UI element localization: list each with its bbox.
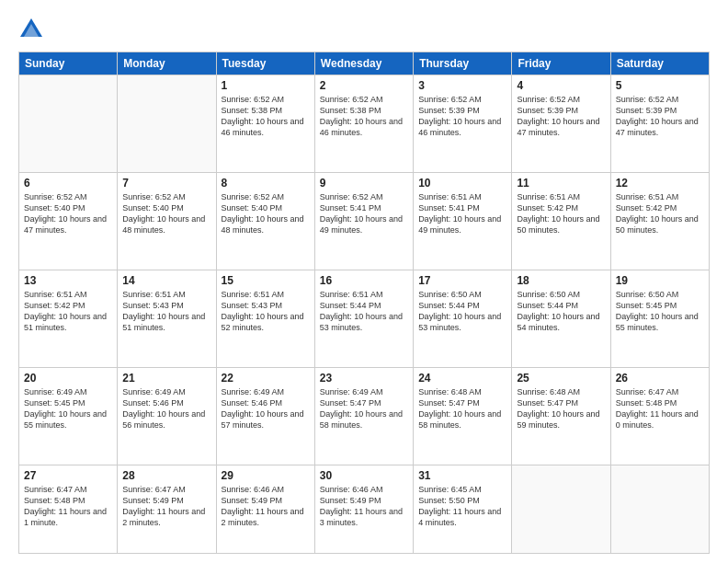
day-number: 25 — [517, 372, 605, 385]
day-info: Sunrise: 6:50 AM Sunset: 5:45 PM Dayligh… — [616, 289, 704, 334]
day-info: Sunrise: 6:45 AM Sunset: 5:50 PM Dayligh… — [418, 484, 506, 529]
day-number: 3 — [418, 79, 506, 92]
day-number: 30 — [320, 469, 408, 482]
col-header-tuesday: Tuesday — [216, 52, 314, 75]
calendar-cell: 10Sunrise: 6:51 AM Sunset: 5:41 PM Dayli… — [414, 172, 512, 270]
day-number: 18 — [517, 274, 605, 287]
day-number: 27 — [24, 469, 112, 482]
day-info: Sunrise: 6:51 AM Sunset: 5:42 PM Dayligh… — [517, 191, 605, 236]
day-info: Sunrise: 6:47 AM Sunset: 5:49 PM Dayligh… — [122, 484, 210, 529]
calendar-cell: 12Sunrise: 6:51 AM Sunset: 5:42 PM Dayli… — [610, 172, 709, 270]
calendar-cell: 24Sunrise: 6:48 AM Sunset: 5:47 PM Dayli… — [414, 367, 512, 465]
calendar-cell: 30Sunrise: 6:46 AM Sunset: 5:49 PM Dayli… — [314, 465, 413, 553]
day-number: 10 — [418, 177, 506, 190]
header — [18, 17, 710, 42]
calendar-cell: 22Sunrise: 6:49 AM Sunset: 5:46 PM Dayli… — [216, 367, 314, 465]
calendar-cell — [19, 75, 118, 173]
calendar-cell: 9Sunrise: 6:52 AM Sunset: 5:41 PM Daylig… — [314, 172, 413, 270]
calendar-cell: 6Sunrise: 6:52 AM Sunset: 5:40 PM Daylig… — [19, 172, 118, 270]
day-info: Sunrise: 6:50 AM Sunset: 5:44 PM Dayligh… — [418, 289, 506, 334]
calendar-week-2: 6Sunrise: 6:52 AM Sunset: 5:40 PM Daylig… — [19, 172, 710, 270]
day-info: Sunrise: 6:52 AM Sunset: 5:39 PM Dayligh… — [418, 94, 506, 139]
calendar-week-5: 27Sunrise: 6:47 AM Sunset: 5:48 PM Dayli… — [19, 465, 710, 553]
calendar-cell: 15Sunrise: 6:51 AM Sunset: 5:43 PM Dayli… — [216, 270, 314, 367]
day-number: 20 — [24, 372, 112, 385]
calendar-cell: 1Sunrise: 6:52 AM Sunset: 5:38 PM Daylig… — [216, 75, 314, 173]
day-number: 22 — [222, 372, 310, 385]
day-number: 8 — [222, 177, 310, 190]
calendar-cell: 25Sunrise: 6:48 AM Sunset: 5:47 PM Dayli… — [512, 367, 610, 465]
day-number: 5 — [616, 79, 704, 92]
day-number: 4 — [517, 79, 605, 92]
calendar-cell — [610, 465, 709, 553]
day-info: Sunrise: 6:49 AM Sunset: 5:46 PM Dayligh… — [122, 386, 210, 431]
day-info: Sunrise: 6:46 AM Sunset: 5:49 PM Dayligh… — [320, 484, 408, 529]
calendar-cell: 31Sunrise: 6:45 AM Sunset: 5:50 PM Dayli… — [414, 465, 512, 553]
day-number: 9 — [320, 177, 408, 190]
day-number: 15 — [222, 274, 310, 287]
day-number: 29 — [222, 469, 310, 482]
calendar-cell: 20Sunrise: 6:49 AM Sunset: 5:45 PM Dayli… — [19, 367, 118, 465]
calendar-cell: 23Sunrise: 6:49 AM Sunset: 5:47 PM Dayli… — [314, 367, 413, 465]
day-info: Sunrise: 6:47 AM Sunset: 5:48 PM Dayligh… — [24, 484, 112, 529]
day-number: 23 — [320, 372, 408, 385]
day-info: Sunrise: 6:52 AM Sunset: 5:40 PM Dayligh… — [222, 191, 310, 236]
calendar-cell: 4Sunrise: 6:52 AM Sunset: 5:39 PM Daylig… — [512, 75, 610, 173]
calendar-cell: 26Sunrise: 6:47 AM Sunset: 5:48 PM Dayli… — [610, 367, 709, 465]
day-info: Sunrise: 6:51 AM Sunset: 5:43 PM Dayligh… — [222, 289, 310, 334]
day-number: 1 — [222, 79, 310, 92]
day-info: Sunrise: 6:52 AM Sunset: 5:38 PM Dayligh… — [222, 94, 310, 139]
day-number: 2 — [320, 79, 408, 92]
logo-icon — [18, 17, 44, 42]
day-number: 7 — [122, 177, 210, 190]
day-info: Sunrise: 6:51 AM Sunset: 5:44 PM Dayligh… — [320, 289, 408, 334]
calendar-cell — [512, 465, 610, 553]
logo — [18, 17, 48, 42]
day-info: Sunrise: 6:52 AM Sunset: 5:40 PM Dayligh… — [24, 191, 112, 236]
calendar-cell: 5Sunrise: 6:52 AM Sunset: 5:39 PM Daylig… — [610, 75, 709, 173]
day-info: Sunrise: 6:49 AM Sunset: 5:46 PM Dayligh… — [222, 386, 310, 431]
day-number: 21 — [122, 372, 210, 385]
calendar-cell: 3Sunrise: 6:52 AM Sunset: 5:39 PM Daylig… — [414, 75, 512, 173]
col-header-friday: Friday — [512, 52, 610, 75]
calendar-cell: 28Sunrise: 6:47 AM Sunset: 5:49 PM Dayli… — [118, 465, 216, 553]
day-info: Sunrise: 6:51 AM Sunset: 5:42 PM Dayligh… — [616, 191, 704, 236]
calendar-week-3: 13Sunrise: 6:51 AM Sunset: 5:42 PM Dayli… — [19, 270, 710, 367]
day-info: Sunrise: 6:48 AM Sunset: 5:47 PM Dayligh… — [418, 386, 506, 431]
col-header-saturday: Saturday — [610, 52, 709, 75]
col-header-sunday: Sunday — [19, 52, 118, 75]
calendar-cell: 14Sunrise: 6:51 AM Sunset: 5:43 PM Dayli… — [118, 270, 216, 367]
col-header-monday: Monday — [118, 52, 216, 75]
day-info: Sunrise: 6:50 AM Sunset: 5:44 PM Dayligh… — [517, 289, 605, 334]
calendar-week-1: 1Sunrise: 6:52 AM Sunset: 5:38 PM Daylig… — [19, 75, 710, 173]
day-info: Sunrise: 6:51 AM Sunset: 5:41 PM Dayligh… — [418, 191, 506, 236]
calendar-cell: 29Sunrise: 6:46 AM Sunset: 5:49 PM Dayli… — [216, 465, 314, 553]
day-info: Sunrise: 6:48 AM Sunset: 5:47 PM Dayligh… — [517, 386, 605, 431]
calendar-cell: 16Sunrise: 6:51 AM Sunset: 5:44 PM Dayli… — [314, 270, 413, 367]
calendar-cell: 11Sunrise: 6:51 AM Sunset: 5:42 PM Dayli… — [512, 172, 610, 270]
day-info: Sunrise: 6:52 AM Sunset: 5:38 PM Dayligh… — [320, 94, 408, 139]
calendar-cell — [118, 75, 216, 173]
calendar-cell: 21Sunrise: 6:49 AM Sunset: 5:46 PM Dayli… — [118, 367, 216, 465]
calendar-cell: 8Sunrise: 6:52 AM Sunset: 5:40 PM Daylig… — [216, 172, 314, 270]
day-number: 12 — [616, 177, 704, 190]
day-info: Sunrise: 6:52 AM Sunset: 5:41 PM Dayligh… — [320, 191, 408, 236]
calendar-cell: 17Sunrise: 6:50 AM Sunset: 5:44 PM Dayli… — [414, 270, 512, 367]
day-info: Sunrise: 6:52 AM Sunset: 5:39 PM Dayligh… — [517, 94, 605, 139]
day-info: Sunrise: 6:51 AM Sunset: 5:42 PM Dayligh… — [24, 289, 112, 334]
day-info: Sunrise: 6:49 AM Sunset: 5:45 PM Dayligh… — [24, 386, 112, 431]
calendar-table: SundayMondayTuesdayWednesdayThursdayFrid… — [18, 52, 710, 554]
day-number: 11 — [517, 177, 605, 190]
calendar-cell: 18Sunrise: 6:50 AM Sunset: 5:44 PM Dayli… — [512, 270, 610, 367]
calendar-cell: 7Sunrise: 6:52 AM Sunset: 5:40 PM Daylig… — [118, 172, 216, 270]
calendar-week-4: 20Sunrise: 6:49 AM Sunset: 5:45 PM Dayli… — [19, 367, 710, 465]
day-number: 17 — [418, 274, 506, 287]
day-number: 26 — [616, 372, 704, 385]
day-number: 16 — [320, 274, 408, 287]
col-header-wednesday: Wednesday — [314, 52, 413, 75]
calendar-header-row: SundayMondayTuesdayWednesdayThursdayFrid… — [19, 52, 710, 75]
day-number: 6 — [24, 177, 112, 190]
day-number: 19 — [616, 274, 704, 287]
day-info: Sunrise: 6:46 AM Sunset: 5:49 PM Dayligh… — [222, 484, 310, 529]
day-info: Sunrise: 6:51 AM Sunset: 5:43 PM Dayligh… — [122, 289, 210, 334]
